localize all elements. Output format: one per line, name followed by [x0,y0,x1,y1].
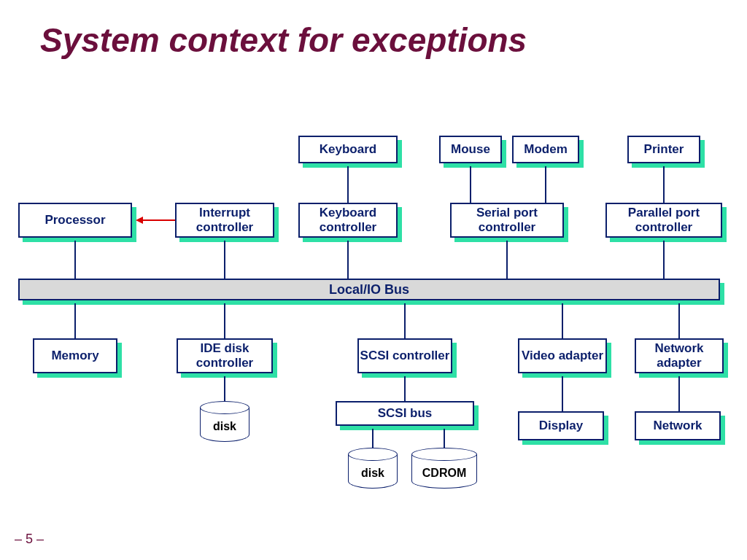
slide-title: System context for exceptions [40,20,527,60]
connector [506,241,508,279]
node-processor: Processor [18,203,132,238]
connector [444,429,445,448]
connector [562,303,563,338]
cylinder-cdrom: CDROM [411,448,477,489]
node-scsi-controller: SCSI controller [357,338,452,373]
connector [347,166,349,203]
connector [74,241,76,279]
connector [372,429,374,448]
node-parallel-controller: Parallel port controller [605,203,722,238]
connector [663,241,665,279]
node-serial-controller: Serial port controller [450,203,564,238]
interrupt-arrow-head [136,217,143,224]
node-bus: Local/IO Bus [18,279,720,300]
node-video-adapter: Video adapter [518,338,607,373]
connector [678,303,680,338]
node-network: Network [635,411,721,440]
node-keyboard: Keyboard [298,136,398,163]
connector [74,303,76,338]
node-network-adapter: Network adapter [635,338,724,373]
cylinder-disk-scsi: disk [348,448,398,489]
connector [562,376,563,411]
node-interrupt-controller: Interrupt controller [175,203,274,238]
connector [545,166,546,203]
connector [347,241,349,279]
connector [470,166,471,203]
connector [678,376,680,411]
connector [224,376,225,401]
node-keyboard-controller: Keyboard controller [298,203,398,238]
node-memory: Memory [33,338,117,373]
node-scsi-bus: SCSI bus [336,401,474,426]
connector [224,303,225,338]
node-ide-controller: IDE disk controller [177,338,273,373]
cylinder-disk-ide: disk [200,401,249,442]
node-printer: Printer [627,136,700,163]
connector [224,241,225,279]
connector [404,376,406,401]
connector [404,303,406,338]
node-display: Display [518,411,604,440]
node-mouse: Mouse [439,136,502,163]
slide: System context for exceptions – 5 – Keyb… [0,0,747,560]
connector [663,166,665,203]
node-modem: Modem [512,136,579,163]
interrupt-arrow [143,219,175,221]
slide-footer: – 5 – [15,532,44,547]
